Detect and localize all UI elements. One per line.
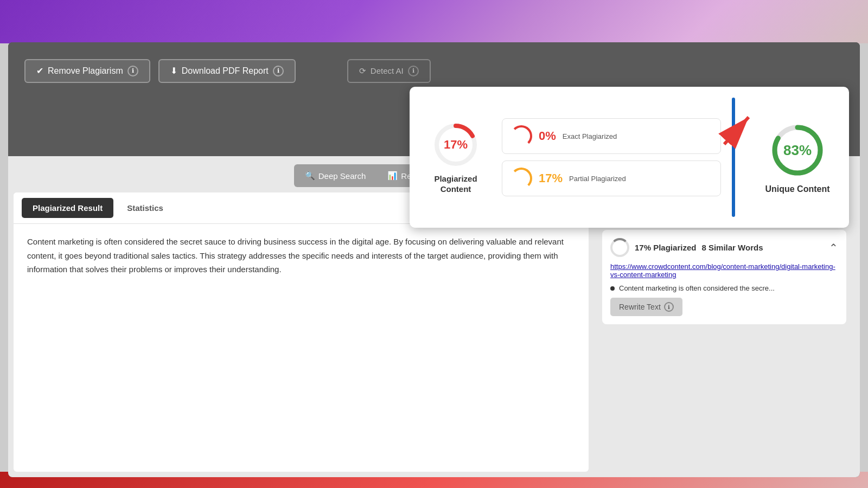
exact-stat-value: 0% <box>539 129 556 143</box>
plagiarized-chart: 17% <box>431 120 480 169</box>
bullet-dot <box>610 286 615 291</box>
right-panel: Date: Friday 02, 2024 Time: 5:41 PM ⬇ Do… <box>594 192 854 472</box>
search-icon: 🔍 <box>305 171 315 181</box>
plagiarized-result-label: Plagiarized Result <box>33 203 103 213</box>
snippet-text: Content marketing is often considered th… <box>619 284 775 292</box>
tab-plagiarized-result[interactable]: Plagiarized Result <box>22 198 113 218</box>
unique-percent-value: 83% <box>783 142 812 159</box>
source-url-link[interactable]: https://www.crowdcontent.com/blog/conten… <box>610 262 838 279</box>
rewrite-text-button[interactable]: Rewrite Text ℹ <box>610 298 682 316</box>
result-snippet: Content marketing is often considered th… <box>610 284 838 292</box>
unique-chart: 83% <box>768 120 827 180</box>
stats-popup: 17% PlagiarizedContent 0% Exact Plagiari… <box>410 87 849 228</box>
plagiarized-section: 17% PlagiarizedContent <box>420 120 491 195</box>
similar-words-text: 8 Similar Words <box>701 243 763 252</box>
download-icon: ⬇ <box>170 66 177 76</box>
partial-mini-chart <box>510 168 532 189</box>
exact-stat-label: Exact Plagiarized <box>563 132 617 140</box>
exact-stat-item: 0% Exact Plagiarized <box>502 118 721 154</box>
text-content: Content marketing is often considered th… <box>14 224 589 287</box>
detect-ai-label: Detect AI <box>371 66 404 75</box>
download-pdf-button[interactable]: ⬇ Download PDF Report ℹ <box>158 59 296 83</box>
deep-search-button[interactable]: 🔍 Deep Search <box>294 164 377 187</box>
download-pdf-label: Download PDF Report <box>182 66 269 76</box>
rewrite-text-label: Rewrite Text <box>619 303 661 311</box>
chevron-up-icon[interactable]: ⌃ <box>829 241 838 254</box>
partial-stat-value: 17% <box>539 171 563 185</box>
partial-stat-item: 17% Partial Plagiarized <box>502 160 721 196</box>
result-header: 17% Plagiarized 8 Similar Words ⌃ <box>610 238 838 257</box>
stats-items: 0% Exact Plagiarized 17% Partial Plagiar… <box>502 118 721 196</box>
top-background <box>0 0 868 43</box>
check-icon: ✔ <box>36 66 43 76</box>
content-split: Plagiarized Result Statistics ↺ Try New … <box>8 187 860 477</box>
plagiarized-title: PlagiarizedContent <box>434 174 477 195</box>
exact-mini-chart <box>510 125 532 147</box>
source-url-text: https://www.crowdcontent.com/blog/conten… <box>610 262 835 279</box>
remove-plagiarism-label: Remove Plagiarism <box>48 66 123 76</box>
unique-section: 83% Unique Content <box>757 120 838 194</box>
detect-icon: ⟳ <box>359 66 366 76</box>
spinner-icon <box>610 238 629 257</box>
reports-icon: 📊 <box>387 171 398 181</box>
partial-stat-label: Partial Plagiarized <box>569 175 626 183</box>
info-icon-rewrite: ℹ <box>664 302 674 312</box>
info-icon-ai: ℹ <box>408 66 419 76</box>
info-icon-pdf: ℹ <box>273 66 284 76</box>
main-card: ✔ Remove Plagiarism ℹ ⬇ Download PDF Rep… <box>8 42 860 477</box>
left-panel: Plagiarized Result Statistics ↺ Try New … <box>14 192 589 472</box>
plagiarism-result-card: 17% Plagiarized 8 Similar Words ⌃ https:… <box>602 230 846 324</box>
result-title: 17% Plagiarized 8 Similar Words <box>610 238 763 257</box>
deep-search-label: Deep Search <box>318 171 366 181</box>
svg-line-3 <box>724 117 749 144</box>
main-paragraph: Content marketing is often considered th… <box>27 235 575 277</box>
unique-title: Unique Content <box>765 184 829 194</box>
plagiarized-percent-value: 17% <box>444 138 468 152</box>
plagiarized-percent-text: 17% Plagiarized <box>635 243 696 252</box>
remove-plagiarism-button[interactable]: ✔ Remove Plagiarism ℹ <box>24 59 150 83</box>
tab-statistics[interactable]: Statistics <box>116 198 174 218</box>
statistics-label: Statistics <box>127 203 163 213</box>
detect-ai-button[interactable]: ⟳ Detect AI ℹ <box>347 59 431 83</box>
info-icon: ℹ <box>127 66 138 76</box>
red-arrow-indicator <box>713 106 757 152</box>
